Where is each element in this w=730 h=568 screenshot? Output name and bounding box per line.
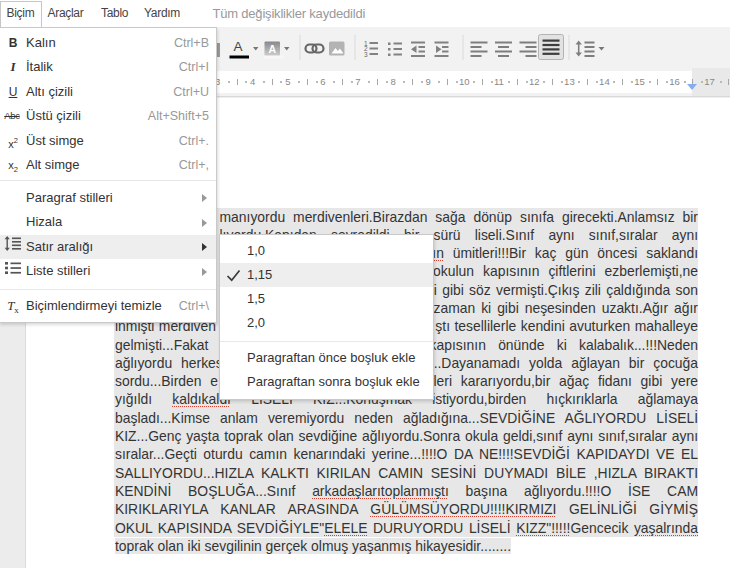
svg-text:A: A [233, 39, 242, 54]
svg-text:A: A [269, 43, 277, 55]
svg-text:3: 3 [364, 51, 368, 58]
